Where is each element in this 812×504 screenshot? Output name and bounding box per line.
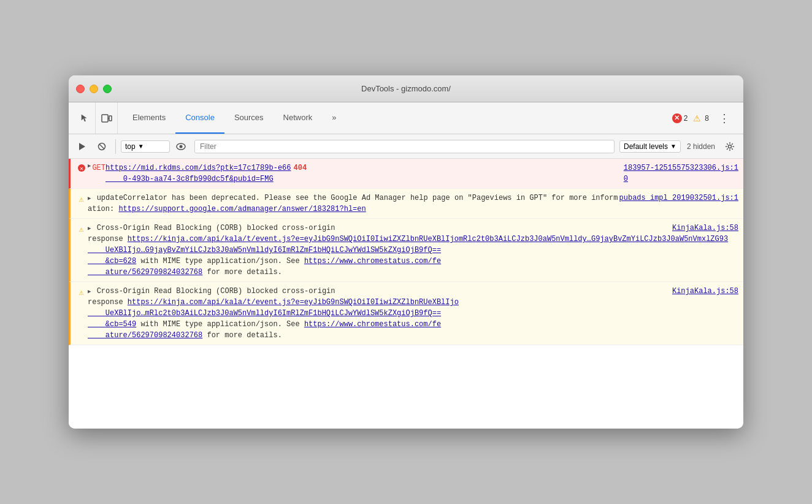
warning-text-3a: Cross-Origin Read Blocking (CORB) blocke… <box>97 287 335 296</box>
warning-indicator-1: ⚠ <box>75 193 88 206</box>
close-button[interactable] <box>76 85 85 93</box>
devtools-window: DevTools - gizmodo.com/ Elements Console… <box>69 75 743 429</box>
eye-icon <box>176 143 186 150</box>
warning-indicator-2: ⚠ <box>75 223 88 236</box>
toolbar-right: ✕ 2 ⚠ 8 ⋮ <box>672 102 738 134</box>
error-indicator: ✕ <box>75 162 88 172</box>
cursor-icon <box>80 113 90 123</box>
warning-text-2c: with MIME type application/json. See <box>140 257 304 265</box>
block-icon <box>98 142 106 151</box>
log-header: ▶ GET https://mid.rkdms.com/ids?ptk=17c1… <box>88 162 738 185</box>
svg-point-7 <box>180 145 183 148</box>
warning-icon: ⚠ <box>693 113 703 123</box>
maximize-button[interactable] <box>103 85 112 93</box>
warning-text-1: updateCorrelator has been deprecated. Pl… <box>97 194 296 202</box>
log-body-warning-1: ▶ updateCorrelator has been deprecated. … <box>88 193 738 215</box>
log-entry-error: ✕ ▶ GET https://mid.rkdms.com/ids?ptk=17… <box>69 159 743 189</box>
warning-indicator-3: ⚠ <box>75 286 88 299</box>
error-source[interactable]: 183957-12515575323306.js:10 <box>619 162 738 185</box>
tab-sources[interactable]: Sources <box>224 102 274 134</box>
warning-text-2d: for more details. <box>207 268 282 277</box>
title-bar: DevTools - gizmodo.com/ <box>69 75 743 102</box>
svg-line-5 <box>99 144 104 149</box>
log-body-warning-2: ▶ Cross-Origin Read Blocking (CORB) bloc… <box>88 223 738 278</box>
expand-arrow-icon: ▶ <box>88 162 91 171</box>
log-body-error: ▶ GET https://mid.rkdms.com/ids?ptk=17c1… <box>88 162 738 185</box>
eye-button[interactable] <box>172 138 190 155</box>
svg-rect-1 <box>109 116 112 121</box>
minimize-button[interactable] <box>90 85 98 93</box>
console-output: ✕ ▶ GET https://mid.rkdms.com/ids?ptk=17… <box>69 159 743 429</box>
levels-selector[interactable]: Default levels ▼ <box>619 140 681 153</box>
warning-source-3[interactable]: KinjaKala.js:58 <box>672 286 738 297</box>
expand-arrow-warning-2: ▶ <box>88 226 91 232</box>
svg-marker-3 <box>79 143 85 150</box>
tab-elements[interactable]: Elements <box>123 102 175 134</box>
error-icon: ✕ <box>672 113 682 123</box>
log-entry-warning-3: ⚠ ▶ Cross-Origin Read Blocking (CORB) bl… <box>69 282 743 345</box>
inspect-element-button[interactable] <box>74 102 96 134</box>
tab-more[interactable]: » <box>322 102 346 134</box>
play-icon <box>78 142 86 151</box>
clear-console-button[interactable] <box>74 138 91 155</box>
warning-text-3d: for more details. <box>207 331 282 340</box>
warning-link-1[interactable]: https://support.google.com/admanager/ans… <box>118 205 366 213</box>
warning-text-2a: Cross-Origin Read Blocking (CORB) blocke… <box>97 224 335 232</box>
levels-arrow-icon: ▼ <box>670 143 676 150</box>
warning-count: 8 <box>705 114 709 123</box>
log-body-warning-3: ▶ Cross-Origin Read Blocking (CORB) bloc… <box>88 286 738 341</box>
hidden-count: 2 hidden <box>687 142 715 151</box>
context-selector[interactable]: top ▼ <box>121 140 170 153</box>
settings-button[interactable] <box>721 138 738 155</box>
console-toolbar: top ▼ Default levels ▼ 2 hidden <box>69 134 743 159</box>
tab-console[interactable]: Console <box>175 102 224 134</box>
filter-input[interactable] <box>194 140 615 153</box>
log-entry-warning-1: ⚠ ▶ updateCorrelator has been deprecated… <box>69 189 743 219</box>
toggle-device-button[interactable] <box>96 102 118 134</box>
expand-arrow-warning-1: ▶ <box>88 196 91 202</box>
svg-text:✕: ✕ <box>80 166 83 172</box>
error-badge: ✕ 2 ⚠ 8 <box>672 113 713 123</box>
svg-rect-0 <box>102 115 108 122</box>
status-code: 404 <box>293 162 307 174</box>
warning-text-2b: response <box>88 235 128 243</box>
http-method: GET <box>92 162 105 174</box>
block-button[interactable] <box>93 138 110 155</box>
error-circle-icon: ✕ <box>77 164 86 172</box>
more-options-button[interactable]: ⋮ <box>715 112 733 125</box>
traffic-lights <box>76 85 112 93</box>
device-icon <box>101 113 112 123</box>
warning-text-3c: with MIME type application/json. See <box>140 320 304 329</box>
dropdown-arrow-icon: ▼ <box>138 143 144 150</box>
tab-list: Elements Console Sources Network » <box>118 102 672 134</box>
toolbar-divider <box>115 139 116 154</box>
warning-text-3b: response <box>88 298 128 307</box>
devtools-toolbar: Elements Console Sources Network » ✕ 2 ⚠… <box>69 102 743 134</box>
log-entry-warning-2: ⚠ ▶ Cross-Origin Read Blocking (CORB) bl… <box>69 219 743 282</box>
error-url[interactable]: https://mid.rkdms.com/ids?ptk=17c1789b-e… <box>105 162 291 185</box>
warning-source-2[interactable]: KinjaKala.js:58 <box>672 223 738 234</box>
window-title: DevTools - gizmodo.com/ <box>361 84 451 93</box>
tab-network[interactable]: Network <box>274 102 323 134</box>
expand-arrow-warning-3: ▶ <box>88 289 91 295</box>
gear-icon <box>725 142 735 151</box>
warning-source-1[interactable]: pubads_impl_2019032501.js:1 <box>619 193 738 204</box>
svg-point-8 <box>729 145 732 148</box>
error-count: 2 <box>684 114 688 123</box>
